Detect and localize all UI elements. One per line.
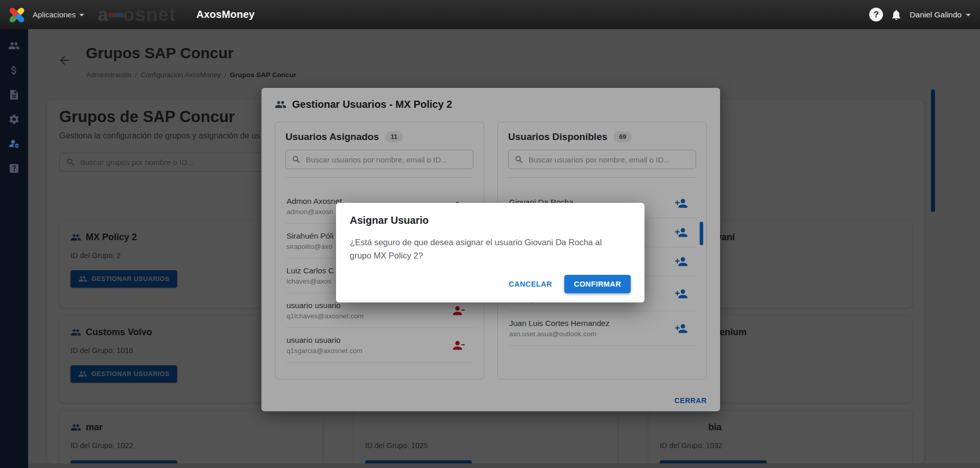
document-icon	[8, 89, 20, 101]
dialog-message: ¿Está seguro de que desea asignar el usu…	[350, 236, 631, 262]
sidebar-item-documents[interactable]	[0, 82, 28, 107]
sidebar-item-money[interactable]	[0, 58, 28, 82]
top-navbar: Aplicaciones a osnet AxosMoney ? Daniel …	[0, 0, 980, 29]
axosnet-watermark-x-icon	[109, 8, 123, 21]
app-title: AxosMoney	[196, 9, 254, 20]
notifications-bell-icon[interactable]	[890, 9, 902, 21]
chevron-down-icon	[79, 14, 84, 16]
axosnet-watermark: a osnet	[98, 4, 176, 26]
app-root: Aplicaciones a osnet AxosMoney ? Daniel …	[0, 0, 980, 468]
sidebar-item-settings[interactable]	[0, 107, 28, 131]
left-sidebar	[0, 29, 28, 468]
chevron-down-icon	[966, 14, 971, 16]
dialog-title: Asignar Usuario	[350, 215, 631, 226]
help-box-icon	[8, 162, 20, 174]
applications-menu-label: Aplicaciones	[33, 10, 76, 19]
users-icon	[8, 40, 20, 52]
sidebar-item-users[interactable]	[0, 33, 28, 58]
axosnet-logo-icon	[9, 7, 25, 22]
dollar-icon	[8, 64, 20, 76]
user-name: Daniel Galindo	[910, 10, 962, 19]
assign-user-dialog: Asignar Usuario ¿Está seguro de que dese…	[336, 203, 644, 302]
cancel-button[interactable]: CANCELAR	[504, 275, 557, 293]
gear-icon	[8, 113, 20, 125]
help-icon[interactable]: ?	[869, 8, 883, 21]
user-gear-icon	[8, 138, 20, 150]
sidebar-item-user-management[interactable]	[0, 131, 28, 156]
applications-menu[interactable]: Aplicaciones	[33, 10, 84, 19]
confirm-button[interactable]: CONFIRMAR	[564, 275, 631, 293]
sidebar-item-help[interactable]	[0, 156, 28, 180]
user-menu[interactable]: Daniel Galindo	[910, 10, 971, 19]
